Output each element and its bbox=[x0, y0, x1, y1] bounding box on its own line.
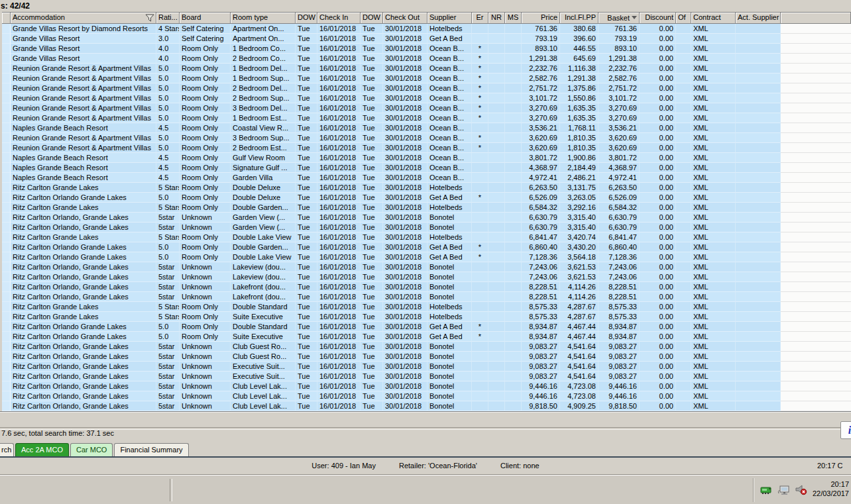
cell-accommodation[interactable]: Reunion Grande Resort & Apartment Villas bbox=[11, 93, 156, 103]
table-row[interactable]: Ritz Carlton Orlando Grande Lakes5.0Room… bbox=[2, 322, 851, 332]
cell-dow_in[interactable]: Tue bbox=[296, 391, 317, 401]
cell-discount[interactable]: 0.00 bbox=[640, 362, 676, 372]
cell-check_out[interactable]: 30/01/2018 bbox=[383, 372, 427, 381]
cell-accommodation[interactable]: Reunion Grande Resort & Apartment Villas bbox=[11, 64, 156, 74]
cell-act_supplier[interactable] bbox=[736, 302, 781, 312]
cell-dow_out[interactable]: Tue bbox=[361, 292, 383, 302]
cell-er[interactable] bbox=[472, 292, 488, 302]
cell-supplier[interactable]: Ocean B... bbox=[427, 113, 472, 123]
cell-contract[interactable]: XML bbox=[691, 173, 736, 183]
cell-dow_in[interactable]: Tue bbox=[296, 113, 317, 123]
cell-act_supplier[interactable] bbox=[736, 163, 781, 173]
cell-check_in[interactable]: 16/01/2018 bbox=[317, 232, 361, 242]
cell-er[interactable] bbox=[472, 123, 488, 133]
cell-contract[interactable]: XML bbox=[691, 103, 736, 113]
cell-act_supplier[interactable] bbox=[736, 332, 781, 342]
cell-supplier[interactable]: Bonotel bbox=[427, 292, 472, 302]
cell-board[interactable]: Room Only bbox=[180, 302, 231, 312]
cell-check_in[interactable]: 16/01/2018 bbox=[317, 272, 361, 282]
cell-room_type[interactable]: 1 Bedroom Co... bbox=[231, 44, 296, 54]
cell-dow_in[interactable]: Tue bbox=[296, 352, 317, 362]
cell-price[interactable]: 9,083.27 bbox=[522, 362, 560, 372]
cell-basket[interactable]: 9,083.27 bbox=[598, 372, 640, 381]
cell-rating[interactable]: 5.0 bbox=[156, 103, 180, 113]
cell-board[interactable]: Unknown bbox=[180, 262, 231, 272]
cell-act_supplier[interactable] bbox=[736, 203, 781, 213]
cell-basket[interactable]: 8,228.51 bbox=[598, 282, 640, 292]
cell-basket[interactable]: 9,818.50 bbox=[598, 401, 640, 411]
cell-er[interactable] bbox=[472, 342, 488, 352]
table-row[interactable]: Naples Grande Beach Resort4.5Room OnlyCo… bbox=[2, 123, 851, 133]
cell-of[interactable] bbox=[676, 272, 691, 282]
cell-nr[interactable] bbox=[488, 391, 505, 401]
cell-ms[interactable] bbox=[505, 401, 522, 411]
table-row[interactable]: Ritz Carlton Orlando, Grande Lakes5starU… bbox=[2, 342, 851, 352]
cell-rating[interactable]: 5.0 bbox=[156, 93, 180, 103]
column-header-check_out[interactable]: Check Out bbox=[383, 13, 427, 24]
cell-contract[interactable]: XML bbox=[691, 352, 736, 362]
cell-act_supplier[interactable] bbox=[736, 74, 781, 83]
cell-contract[interactable]: XML bbox=[691, 232, 736, 242]
cell-board[interactable]: Room Only bbox=[180, 74, 231, 83]
cell-supplier[interactable]: Get A Bed bbox=[427, 242, 472, 252]
cell-er[interactable] bbox=[472, 401, 488, 411]
cell-of[interactable] bbox=[676, 74, 691, 83]
cell-check_in[interactable]: 16/01/2018 bbox=[317, 381, 361, 391]
cell-discount[interactable]: 0.00 bbox=[640, 282, 676, 292]
cell-basket[interactable]: 6,630.79 bbox=[598, 213, 640, 223]
cell-accommodation[interactable]: Reunion Grande Resort & Apartment Villas bbox=[11, 133, 156, 143]
cell-nr[interactable] bbox=[488, 123, 505, 133]
cell-dow_out[interactable]: Tue bbox=[361, 24, 383, 34]
cell-incl_fl_pp[interactable]: 3,621.53 bbox=[560, 262, 598, 272]
cell-price[interactable]: 3,270.69 bbox=[522, 103, 560, 113]
cell-basket[interactable]: 6,841.47 bbox=[598, 232, 640, 242]
column-header-ms[interactable]: MS bbox=[505, 13, 522, 24]
cell-room_type[interactable]: Apartment On... bbox=[231, 24, 296, 34]
cell-act_supplier[interactable] bbox=[736, 93, 781, 103]
cell-discount[interactable]: 0.00 bbox=[640, 302, 676, 312]
cell-board[interactable]: Unknown bbox=[180, 272, 231, 282]
cell-nr[interactable] bbox=[488, 113, 505, 123]
cell-contract[interactable]: XML bbox=[691, 302, 736, 312]
cell-ms[interactable] bbox=[505, 173, 522, 183]
cell-er[interactable]: * bbox=[472, 242, 488, 252]
cell-act_supplier[interactable] bbox=[736, 372, 781, 381]
cell-of[interactable] bbox=[676, 183, 691, 193]
cell-supplier[interactable]: Hotelbeds bbox=[427, 203, 472, 213]
cell-board[interactable]: Room Only bbox=[180, 203, 231, 213]
cell-dow_in[interactable]: Tue bbox=[296, 153, 317, 163]
cell-room_type[interactable]: 1 Bedroom Est... bbox=[231, 113, 296, 123]
cell-discount[interactable]: 0.00 bbox=[640, 173, 676, 183]
cell-dow_out[interactable]: Tue bbox=[361, 262, 383, 272]
cell-dow_out[interactable]: Tue bbox=[361, 54, 383, 64]
cell-accommodation[interactable]: Ritz Carlton Orlando, Grande Lakes bbox=[11, 372, 156, 381]
cell-act_supplier[interactable] bbox=[736, 252, 781, 262]
cell-check_in[interactable]: 16/01/2018 bbox=[317, 123, 361, 133]
cell-room_type[interactable]: Club Level Lak... bbox=[231, 391, 296, 401]
cell-basket[interactable]: 3,270.69 bbox=[598, 113, 640, 123]
cell-price[interactable]: 8,575.33 bbox=[522, 312, 560, 322]
cell-rating[interactable]: 5star bbox=[156, 362, 180, 372]
cell-incl_fl_pp[interactable]: 3,292.16 bbox=[560, 203, 598, 213]
cell-incl_fl_pp[interactable]: 1,550.86 bbox=[560, 93, 598, 103]
cell-of[interactable] bbox=[676, 352, 691, 362]
cell-contract[interactable]: XML bbox=[691, 163, 736, 173]
cell-dow_in[interactable]: Tue bbox=[296, 54, 317, 64]
cell-board[interactable]: Unknown bbox=[180, 391, 231, 401]
cell-room_type[interactable]: Garden Villa bbox=[231, 173, 296, 183]
cell-contract[interactable]: XML bbox=[691, 242, 736, 252]
cell-price[interactable]: 3,620.69 bbox=[522, 133, 560, 143]
cell-board[interactable]: Unknown bbox=[180, 282, 231, 292]
cell-discount[interactable]: 0.00 bbox=[640, 133, 676, 143]
cell-nr[interactable] bbox=[488, 54, 505, 64]
cell-er[interactable]: * bbox=[472, 93, 488, 103]
cell-er[interactable] bbox=[472, 223, 488, 232]
cell-check_out[interactable]: 30/01/2018 bbox=[383, 74, 427, 83]
cell-rating[interactable]: 5star bbox=[156, 223, 180, 232]
cell-act_supplier[interactable] bbox=[736, 272, 781, 282]
cell-er[interactable]: * bbox=[472, 322, 488, 332]
cell-contract[interactable]: XML bbox=[691, 24, 736, 34]
cell-dow_in[interactable]: Tue bbox=[296, 252, 317, 262]
cell-nr[interactable] bbox=[488, 262, 505, 272]
table-row[interactable]: Ritz Carlton Orlando Grande Lakes5.0Room… bbox=[2, 193, 851, 203]
